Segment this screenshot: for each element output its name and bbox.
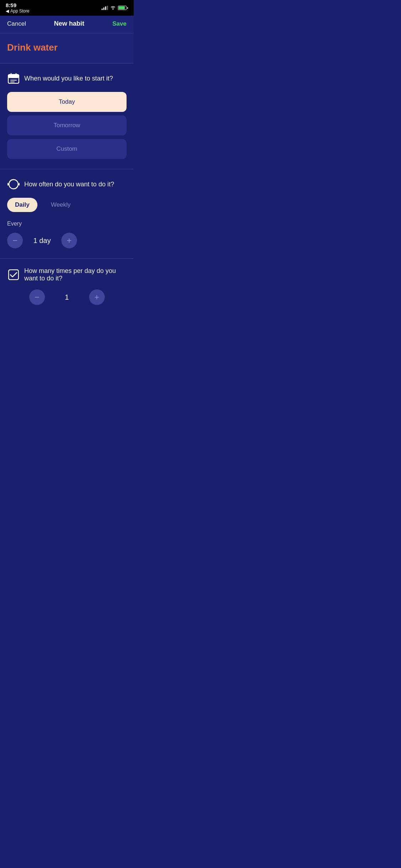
back-label: App Store [10,9,29,14]
habit-name-text[interactable]: Drink water [7,42,58,53]
times-value: 1 [56,293,78,301]
checkbox-icon [7,268,20,281]
times-minus-icon: − [34,292,39,302]
frequency-increment-button[interactable]: + [61,233,77,248]
status-bar-left: 8:59 ◀ App Store [6,2,29,14]
frequency-decrement-button[interactable]: − [7,233,23,248]
status-bar: 8:59 ◀ App Store [0,0,134,16]
frequency-question-text: How often do you want to do it? [24,181,114,188]
navigation-bar: Cancel New habit Save [0,16,134,33]
start-date-section: When would you like to start it? Today T… [0,63,134,169]
back-arrow: ◀ [6,9,9,14]
status-time: 8:59 [6,2,16,9]
today-button[interactable]: Today [7,92,127,112]
sync-icon [7,178,20,191]
times-question-row: How many times per day do you want to do… [7,267,127,282]
daily-tab[interactable]: Daily [7,198,37,212]
frequency-value: 1 day [31,237,53,245]
frequency-tabs: Daily Weekly [7,198,127,212]
signal-icon [102,6,108,10]
times-increment-button[interactable]: + [89,289,105,305]
tomorrow-button[interactable]: Tomorrow [7,115,127,135]
times-per-day-section: How many times per day do you want to do… [0,259,134,315]
page-title: New habit [54,20,84,27]
times-stepper: − 1 + [7,289,127,305]
frequency-section: How often do you want to do it? Daily We… [0,169,134,259]
times-plus-icon: + [94,292,99,302]
minus-icon: − [12,236,17,246]
weekly-tab[interactable]: Weekly [43,198,78,212]
times-question-text: How many times per day do you want to do… [24,267,127,282]
start-question-row: When would you like to start it? [7,72,127,85]
status-icons [102,5,128,11]
svg-rect-1 [8,74,19,78]
wifi-icon [110,5,116,11]
every-label: Every [7,221,127,227]
app-store-back[interactable]: ◀ App Store [6,9,29,14]
custom-button[interactable]: Custom [7,139,127,159]
frequency-stepper: − 1 day + [7,233,127,248]
battery-icon [118,6,128,10]
cancel-button[interactable]: Cancel [7,20,26,27]
calendar-icon [7,72,20,85]
times-decrement-button[interactable]: − [29,289,45,305]
habit-name-section: Drink water [0,33,134,63]
save-button[interactable]: Save [112,20,127,27]
frequency-question-row: How often do you want to do it? [7,178,127,191]
start-question-text: When would you like to start it? [24,75,113,82]
plus-icon: + [67,236,72,246]
